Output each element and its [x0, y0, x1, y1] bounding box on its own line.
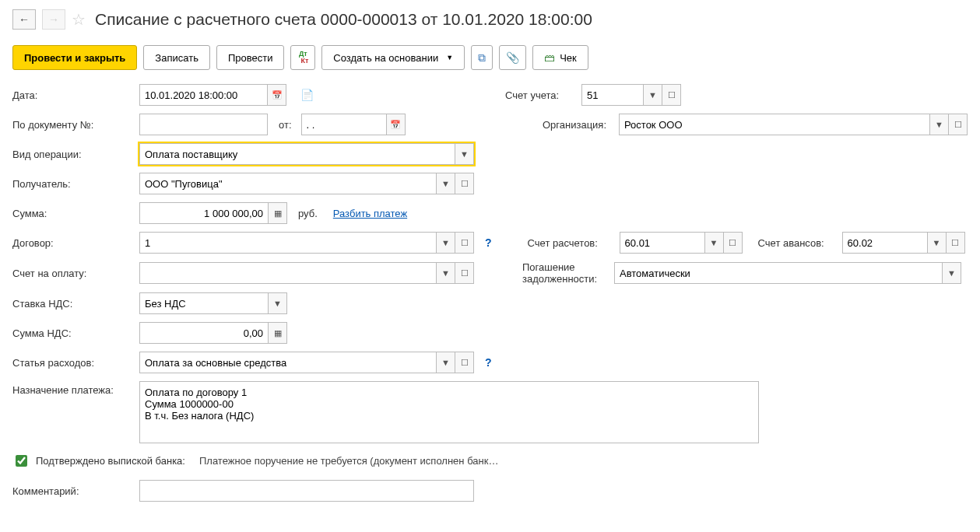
recipient-input[interactable] [139, 173, 437, 194]
operation-type-dropdown-button[interactable]: ▼ [455, 143, 474, 165]
date-picker-button[interactable]: 📅 [268, 84, 286, 106]
calendar-icon: 📅 [272, 90, 283, 100]
contract-help-icon[interactable]: ? [485, 236, 492, 249]
vat-rate-dropdown-button[interactable]: ▼ [269, 292, 287, 314]
nav-forward-button: → [42, 9, 65, 30]
purpose-textarea[interactable] [139, 381, 759, 443]
structure-button[interactable]: ⧉ [471, 45, 493, 70]
create-based-on-label: Создать на основании [333, 52, 438, 64]
post-button[interactable]: Провести [216, 45, 285, 70]
new-document-icon[interactable]: 📄 [300, 89, 314, 101]
debt-repayment-input[interactable] [614, 262, 943, 284]
invoice-input[interactable] [139, 262, 437, 284]
comment-input[interactable] [139, 480, 474, 502]
page-title: Списание с расчетного счета 0000-000013 … [95, 10, 592, 29]
currency-label: руб. [298, 208, 318, 219]
save-button[interactable]: Записать [143, 45, 210, 70]
advances-account-input[interactable] [842, 232, 928, 254]
from-label: от: [279, 119, 292, 131]
caret-down-icon: ▼ [446, 54, 453, 61]
nav-back-button[interactable]: ← [12, 9, 36, 30]
vat-sum-calculator-button[interactable]: ▦ [269, 322, 287, 344]
receipt-icon: 🗃 [544, 51, 555, 64]
settlements-account-open-button[interactable]: ☐ [724, 232, 743, 254]
confirmed-label: Подтверждено выпиской банка: [36, 455, 185, 467]
receipt-label: Чек [560, 52, 577, 64]
expense-item-input[interactable] [139, 352, 437, 373]
account-input[interactable] [581, 84, 644, 106]
recipient-open-button[interactable]: ☐ [455, 173, 474, 194]
confirmed-checkbox[interactable] [16, 455, 27, 467]
expense-item-label: Статья расходов: [12, 357, 133, 369]
doc-number-label: По документу №: [12, 119, 133, 131]
sum-calculator-button[interactable]: ▦ [269, 202, 287, 224]
account-open-button[interactable]: ☐ [662, 84, 681, 106]
debt-repayment-label: Погашение задолженности: [522, 261, 608, 285]
contract-input[interactable] [139, 232, 437, 254]
advances-account-open-button[interactable]: ☐ [947, 232, 965, 254]
date-label: Дата: [12, 89, 133, 101]
toolbar: Провести и закрыть Записать Провести ДтК… [12, 45, 968, 70]
vat-sum-input[interactable] [139, 322, 269, 344]
recipient-label: Получатель: [12, 178, 133, 190]
debt-repayment-dropdown-button[interactable]: ▼ [943, 262, 961, 284]
dtkt-button[interactable]: ДтКт [290, 45, 315, 70]
post-and-close-button[interactable]: Провести и закрыть [12, 45, 137, 70]
vat-rate-input[interactable] [139, 292, 269, 314]
purpose-label: Назначение платежа: [12, 381, 133, 396]
account-dropdown-button[interactable]: ▼ [644, 84, 662, 106]
organization-dropdown-button[interactable]: ▼ [930, 114, 949, 135]
calendar-icon: 📅 [390, 120, 401, 130]
attachments-button[interactable]: 📎 [499, 45, 526, 70]
comment-label: Комментарий: [12, 485, 133, 497]
payment-order-note: Платежное поручение не требуется (докуме… [199, 455, 498, 467]
invoice-dropdown-button[interactable]: ▼ [437, 262, 455, 284]
contract-open-button[interactable]: ☐ [455, 232, 474, 254]
settlements-account-dropdown-button[interactable]: ▼ [705, 232, 724, 254]
favorite-star-icon[interactable]: ☆ [72, 10, 86, 29]
account-label: Счет учета: [505, 89, 575, 101]
date-input[interactable] [139, 84, 268, 106]
organization-input[interactable] [619, 114, 930, 135]
operation-type-label: Вид операции: [12, 149, 133, 160]
advances-account-dropdown-button[interactable]: ▼ [928, 232, 947, 254]
create-based-on-button[interactable]: Создать на основании ▼ [321, 45, 465, 70]
expense-item-open-button[interactable]: ☐ [455, 352, 474, 373]
invoice-label: Счет на оплату: [12, 268, 133, 279]
structure-icon: ⧉ [478, 51, 486, 65]
invoice-open-button[interactable]: ☐ [455, 262, 474, 284]
settlements-account-input[interactable] [620, 232, 705, 254]
advances-account-label: Счет авансов: [758, 237, 836, 249]
recipient-dropdown-button[interactable]: ▼ [437, 173, 455, 194]
sum-label: Сумма: [12, 208, 133, 219]
vat-rate-label: Ставка НДС: [12, 298, 133, 310]
doc-from-calendar-button[interactable]: 📅 [387, 114, 406, 135]
receipt-button[interactable]: 🗃 Чек [532, 45, 588, 70]
organization-label: Организация: [543, 119, 613, 131]
contract-dropdown-button[interactable]: ▼ [437, 232, 455, 254]
sum-input[interactable] [139, 202, 269, 224]
expense-item-dropdown-button[interactable]: ▼ [437, 352, 455, 373]
doc-from-input[interactable] [301, 114, 387, 135]
doc-number-input[interactable] [139, 114, 268, 135]
split-payment-link[interactable]: Разбить платеж [333, 208, 407, 219]
paperclip-icon: 📎 [506, 51, 519, 64]
organization-open-button[interactable]: ☐ [949, 114, 968, 135]
settlements-account-label: Счет расчетов: [528, 237, 613, 249]
dtkt-icon: ДтКт [297, 51, 308, 65]
vat-sum-label: Сумма НДС: [12, 327, 133, 339]
contract-label: Договор: [12, 237, 133, 249]
operation-type-input[interactable] [139, 143, 455, 165]
expense-item-help-icon[interactable]: ? [485, 356, 492, 369]
